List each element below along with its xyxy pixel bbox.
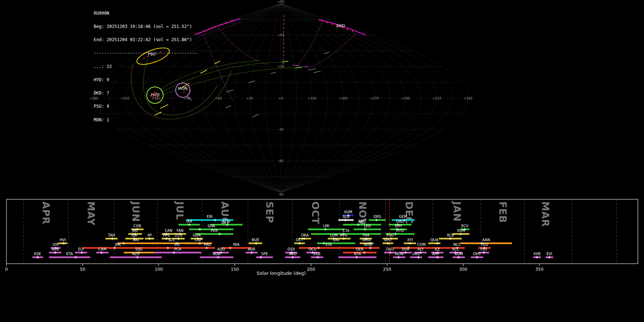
shower-bar-LMI: LMI xyxy=(308,224,345,231)
shower-code-label: DSV xyxy=(402,247,409,251)
shower-code-label: COR xyxy=(133,224,141,228)
count-dkd: DKD: 7 xyxy=(94,91,197,95)
lon-label: +60 xyxy=(215,97,222,100)
shower-code-label: AAN xyxy=(482,238,490,242)
shower-code-label: STA xyxy=(325,243,332,247)
shower-code-label: OER xyxy=(356,247,364,251)
shower-code-label: XCB xyxy=(447,233,454,237)
lon-label: +30 xyxy=(246,97,253,100)
shower-code-label: FED xyxy=(481,243,488,247)
shower-bar-XYI: XYI xyxy=(404,238,416,245)
shower-code-label: NOO xyxy=(364,243,372,247)
lon-label: +210 xyxy=(433,97,441,100)
radiant-activity-plot: RU000N Beg: 20251203 19:18:46 (sol = 251… xyxy=(0,0,644,322)
shower-code-label: EHY xyxy=(395,224,402,228)
shower-code-label: PAU xyxy=(204,243,211,247)
lat-label: -60 xyxy=(278,159,284,163)
shower-code-label: OCU xyxy=(308,247,316,251)
shower-code-label: AVB xyxy=(52,247,59,251)
shower-code-label: IEA xyxy=(131,233,137,237)
shower-code-label: ZCS xyxy=(175,233,182,237)
shower-code-label: IPE xyxy=(174,243,180,247)
shower-bar-ORS: ORS xyxy=(369,215,386,221)
shower-code-label: NIA xyxy=(233,243,239,247)
shower-bar-NUE: NUE xyxy=(249,238,262,245)
shower-code-label: HVI xyxy=(60,238,66,242)
shower-code-label: SSG xyxy=(135,247,142,251)
shower-code-label: GEM xyxy=(399,215,407,219)
lon-label: +0 xyxy=(278,97,283,100)
month-label: MAR xyxy=(540,201,551,227)
shower-code-label: THA xyxy=(362,233,370,237)
shower-bar-MON: MON xyxy=(393,252,405,259)
shower-code-label: DRA xyxy=(301,233,309,237)
lat-label: +60 xyxy=(278,33,284,37)
shower-code-label: XYI xyxy=(407,238,413,242)
lon-label: +240 xyxy=(401,97,410,100)
shower-code-label: SLD xyxy=(342,215,350,219)
shower-bar-TAH: TAH xyxy=(106,233,118,240)
lat-label: +30 xyxy=(278,65,284,68)
shower-code-label: JMC xyxy=(115,243,122,247)
shower-bar-SPE: SPE xyxy=(256,252,273,259)
count-sporadic: ...: 22 xyxy=(94,64,197,69)
shower-code-label: DSX xyxy=(287,247,295,251)
header-station: RU000N xyxy=(94,11,197,15)
shower-code-label: CAP xyxy=(195,238,202,242)
shower-code-label: CAN xyxy=(165,229,172,233)
shower-code-label: COM xyxy=(417,243,425,247)
shower-code-label: DAD xyxy=(396,219,404,223)
shower-code-label: SZC xyxy=(168,238,175,242)
shower-code-label: NZC xyxy=(132,252,140,256)
shower-code-label: NUE xyxy=(252,238,259,242)
lon-label: +270 xyxy=(370,97,379,100)
shower-code-label: IXA xyxy=(186,219,192,223)
shower-code-label: ARD xyxy=(289,252,297,256)
shower-code-label: XHE xyxy=(533,252,541,256)
shower-code-label: PSU xyxy=(387,233,394,237)
x-tick-label: 350 xyxy=(535,267,543,272)
month-label: MAY xyxy=(86,201,97,226)
shower-code-label: AHY xyxy=(432,252,440,256)
month-label: APR xyxy=(40,201,52,224)
shower-code-label: NDA xyxy=(213,252,220,256)
shower-bar-EVI: EVI xyxy=(546,252,553,259)
shower-code-label: ECV xyxy=(461,224,468,228)
shower-bar-DPC: DPC xyxy=(382,238,393,245)
shower-code-label: ERI xyxy=(207,215,213,219)
activity-timeline: Solar longitude (deg) APRMAYJUNJULAUGSEP… xyxy=(0,199,644,322)
shower-code-label: MON xyxy=(395,252,404,256)
shower-outline-DKD: DKD xyxy=(336,24,345,28)
shower-code-label: LUM xyxy=(330,233,338,237)
shower-code-label: AMO xyxy=(362,238,371,242)
shower-bar-XHE: XHE xyxy=(533,252,541,259)
shower-code-label: AUR xyxy=(248,247,255,251)
shower-code-label: NCC xyxy=(453,243,461,247)
month-label: SEP xyxy=(264,201,275,223)
x-tick-label: 200 xyxy=(307,267,315,272)
shower-code-label: GUM xyxy=(454,252,463,256)
shower-code-label: XUM xyxy=(457,229,465,233)
shower-code-label: SPE xyxy=(261,252,268,256)
header-begin: Beg: 20251203 19:18:46 (sol = 251.52°) xyxy=(94,24,197,29)
shower-code-label: FAN xyxy=(177,229,184,233)
lon-label: +300 xyxy=(339,97,348,100)
month-label: JUN xyxy=(130,201,141,222)
x-tick-label: 0 xyxy=(5,267,8,272)
shower-bar-HVI: HVI xyxy=(58,238,68,245)
x-axis-title: Solar longitude (deg) xyxy=(257,270,306,276)
shower-code-label: AUD xyxy=(217,247,225,251)
shower-code-label: LYR xyxy=(53,243,59,247)
shower-code-label: IIP xyxy=(147,233,152,237)
shower-bar-GUM: GUM xyxy=(453,252,465,259)
shower-code-label: ORS xyxy=(374,215,381,219)
shower-code-label: KUM xyxy=(344,210,352,214)
shower-code-label: PPS xyxy=(163,233,170,237)
shower-code-label: QUA xyxy=(430,238,438,242)
shower-code-label: DPC xyxy=(384,238,392,242)
x-tick-label: 250 xyxy=(383,267,391,272)
shower-code-label: KCG xyxy=(223,219,230,223)
lat-label: +90 xyxy=(278,0,284,4)
x-tick-label: 50 xyxy=(80,267,85,272)
lat-label: -90 xyxy=(278,193,284,196)
